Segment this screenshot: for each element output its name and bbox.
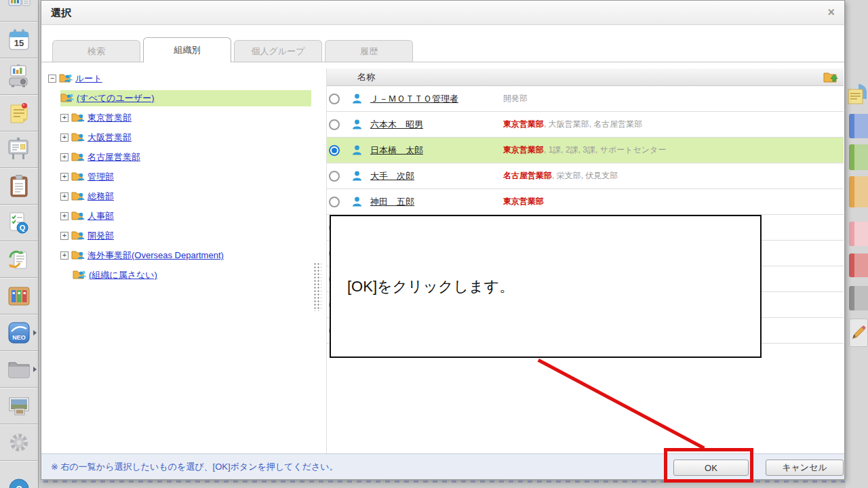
user-row[interactable]: 六本木 昭男 東京営業部, 大阪営業部, 名古屋営業部 (327, 112, 844, 138)
sidebar-item-clipboard[interactable] (0, 168, 38, 205)
neo-icon: NEO (6, 320, 32, 346)
tree-item-label[interactable]: 人事部 (87, 210, 114, 222)
note-icon (848, 84, 867, 110)
department-list: 開発部 (503, 93, 528, 104)
tree-expander-icon[interactable]: + (60, 114, 68, 122)
tree-item[interactable]: + 総務部 (41, 186, 311, 206)
tree-item-label[interactable]: 海外事業部(Overseas Department) (87, 249, 224, 262)
tab-search[interactable]: 検索 (52, 40, 140, 62)
user-name-link[interactable]: 日本橋 太郎 (370, 144, 503, 157)
search-document-icon: Q (6, 210, 32, 236)
tree-expander-icon[interactable]: + (60, 153, 68, 161)
sidebar-item-memo[interactable] (0, 95, 38, 131)
tree-expander-icon[interactable]: + (60, 134, 68, 142)
tree-item[interactable]: + 名古屋営業部 (41, 147, 311, 167)
tree-item[interactable]: + 人事部 (41, 206, 311, 226)
tab-by-organization[interactable]: 組織別 (143, 37, 231, 62)
tree-expander-icon[interactable]: + (60, 192, 68, 201)
tree-item[interactable]: + 東京営業部 (41, 108, 311, 127)
binders-icon (6, 283, 32, 309)
user-row[interactable]: 大手 次郎 名古屋営業部, 栄支部, 伏見支部 (327, 163, 844, 189)
tab-personal-group[interactable]: 個人グループ (234, 40, 322, 62)
dashboard-icon (5, 0, 33, 17)
user-icon (351, 170, 363, 182)
gear-icon (6, 430, 32, 455)
radio-button[interactable] (329, 171, 340, 182)
tree-item-label[interactable]: (組織に属さない) (89, 269, 157, 281)
user-row[interactable]: 日本橋 太郎 東京営業部, 1課, 2課, 3課, サポートセンター (327, 138, 844, 163)
other-departments: 開発部 (503, 94, 528, 103)
organization-folder-icon (71, 151, 85, 163)
neo-label: NEO (12, 334, 26, 341)
sidebar-item-document-management[interactable] (0, 278, 38, 314)
tree-item-label[interactable]: 総務部 (87, 190, 114, 203)
radio-button[interactable] (329, 94, 340, 104)
background-app-strip (846, 0, 868, 488)
tree-item-label[interactable]: 管理部 (87, 171, 114, 183)
sidebar-item-files[interactable] (0, 351, 38, 388)
sidebar-item-neo[interactable]: NEO (0, 314, 38, 351)
sidebar-item-dashboard[interactable] (0, 0, 38, 22)
other-departments: , 栄支部, 伏見支部 (552, 171, 618, 180)
list-header: 名称 (327, 68, 844, 86)
user-row[interactable]: 神田 五郎 東京営業部 (327, 189, 844, 215)
sidebar-item-schedule[interactable]: 15 (0, 22, 38, 58)
category-color-tile (849, 176, 868, 207)
tree-item-label[interactable]: 名古屋営業部 (87, 151, 140, 163)
folder-up-icon[interactable] (823, 71, 838, 83)
tree-expander-icon[interactable]: + (60, 232, 68, 240)
category-color-tile (849, 222, 868, 246)
tree-expander-icon[interactable]: − (48, 75, 56, 83)
sidebar-item-settings[interactable] (0, 424, 38, 461)
organization-folder-icon (71, 230, 85, 242)
radio-button[interactable] (329, 197, 340, 207)
splitter-grip[interactable] (313, 262, 321, 311)
organization-folder-icon (71, 190, 85, 203)
tree-item-label[interactable]: 大阪営業部 (87, 131, 132, 144)
close-icon[interactable]: × (827, 5, 835, 19)
user-name-link[interactable]: 六本木 昭男 (370, 119, 503, 131)
tree-item[interactable]: + 大阪営業部 (41, 127, 311, 147)
tree-item-label[interactable]: 開発部 (87, 230, 114, 242)
sidebar-item-help[interactable]: ? (0, 461, 38, 488)
sidebar-item-presentation[interactable] (0, 58, 38, 95)
tree-item-label[interactable]: 東京営業部 (87, 112, 132, 124)
tab-history[interactable]: 履歴 (325, 40, 413, 62)
tree-expander-icon[interactable]: + (60, 251, 68, 260)
tree-item-label[interactable]: (すべてのユーザー) (77, 92, 155, 104)
user-icon (351, 119, 363, 130)
sidebar-item-search-document[interactable]: Q (0, 205, 38, 241)
edit-tile (849, 319, 868, 347)
presentation-icon (5, 63, 33, 90)
user-name-link[interactable]: 大手 次郎 (370, 170, 503, 182)
user-name-link[interactable]: 神田 五郎 (370, 196, 503, 208)
tree-item[interactable]: + 管理部 (41, 167, 311, 186)
category-color-tile (849, 144, 868, 170)
user-row[interactable]: Ｊ－ＭＯＴＴＯ管理者 開発部 (327, 86, 844, 112)
primary-department: 東京営業部 (503, 145, 544, 155)
tree-item[interactable]: + 開発部 (41, 226, 311, 245)
help-icon: ? (6, 466, 32, 488)
primary-department: 名古屋営業部 (503, 171, 552, 180)
calendar-day-label: 15 (14, 38, 24, 48)
organization-folder-icon (59, 73, 73, 85)
radio-button[interactable] (329, 145, 340, 156)
user-name-link[interactable]: Ｊ－ＭＯＴＴＯ管理者 (370, 93, 503, 105)
sidebar-item-circulation[interactable] (0, 241, 38, 278)
tree-item[interactable]: + 海外事業部(Overseas Department) (41, 245, 311, 265)
bulletin-board-icon (5, 136, 33, 163)
chevron-right-icon (33, 330, 37, 336)
category-color-tile (849, 253, 868, 277)
tree-item-label[interactable]: ルート (75, 73, 102, 85)
tree-expander-icon[interactable]: + (60, 173, 68, 181)
tree-expander-icon[interactable]: + (60, 212, 68, 220)
tree-item[interactable]: (すべてのユーザー) (41, 88, 311, 108)
cancel-button[interactable]: キャンセル (766, 460, 844, 476)
organization-folder-icon (71, 249, 85, 262)
radio-button[interactable] (329, 119, 340, 130)
tree-item[interactable]: − ルート (41, 68, 311, 88)
tree-item[interactable]: (組織に属さない) (41, 265, 311, 285)
sidebar-item-bulletin-board[interactable] (0, 131, 38, 168)
department-list: 名古屋営業部, 栄支部, 伏見支部 (503, 170, 618, 182)
sidebar-item-photos[interactable] (0, 388, 38, 424)
